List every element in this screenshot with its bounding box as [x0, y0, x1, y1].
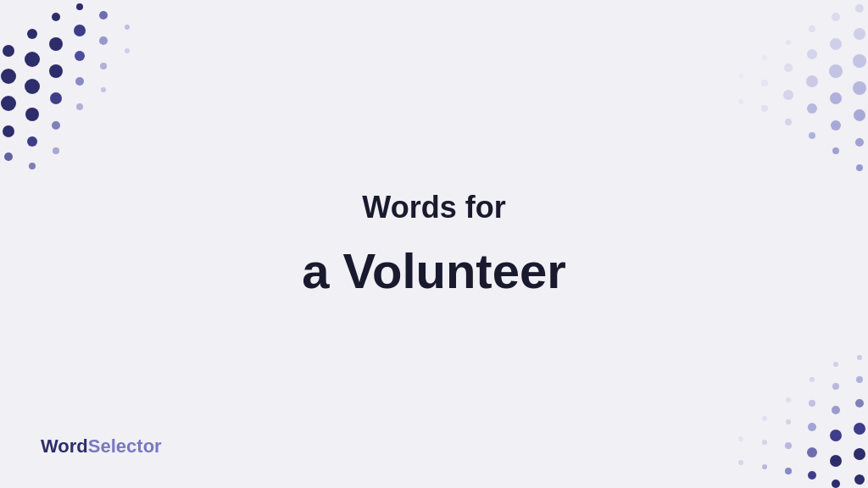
svg-point-3: [3, 125, 14, 137]
svg-point-37: [829, 64, 843, 78]
svg-point-14: [50, 92, 62, 104]
svg-point-66: [833, 362, 838, 367]
svg-point-58: [855, 399, 864, 408]
svg-point-46: [786, 40, 791, 45]
svg-point-74: [786, 419, 791, 424]
svg-point-78: [762, 416, 767, 421]
svg-point-75: [786, 397, 791, 402]
svg-point-70: [809, 400, 815, 407]
svg-point-2: [1, 96, 16, 111]
svg-point-18: [74, 25, 86, 36]
svg-point-35: [832, 13, 840, 21]
svg-point-60: [857, 355, 862, 360]
svg-point-16: [53, 147, 59, 154]
svg-point-27: [125, 48, 130, 53]
svg-point-61: [832, 480, 840, 488]
heading-line1: Words for: [362, 190, 505, 225]
svg-point-9: [27, 136, 37, 147]
svg-point-8: [25, 108, 39, 121]
svg-point-17: [76, 3, 83, 10]
svg-point-44: [807, 103, 817, 114]
svg-point-53: [738, 74, 743, 79]
svg-point-76: [762, 464, 767, 469]
svg-point-30: [853, 54, 866, 68]
svg-point-36: [830, 38, 842, 50]
svg-point-13: [49, 64, 63, 78]
svg-point-43: [806, 75, 818, 87]
svg-point-64: [832, 406, 840, 414]
svg-point-65: [832, 383, 839, 390]
svg-point-34: [856, 164, 863, 171]
svg-point-77: [762, 440, 767, 445]
svg-point-40: [832, 147, 839, 154]
svg-point-48: [783, 90, 793, 100]
svg-point-47: [784, 64, 793, 72]
svg-point-4: [4, 152, 13, 161]
svg-point-73: [785, 442, 792, 449]
svg-point-62: [830, 455, 842, 467]
svg-point-22: [99, 11, 108, 19]
svg-point-29: [854, 28, 865, 40]
svg-point-68: [807, 447, 817, 458]
svg-point-20: [75, 77, 84, 86]
svg-point-28: [855, 4, 864, 13]
svg-point-10: [29, 163, 36, 169]
svg-point-39: [831, 120, 841, 130]
svg-point-19: [75, 51, 85, 61]
svg-point-24: [100, 63, 107, 69]
svg-point-57: [854, 423, 865, 435]
svg-point-7: [25, 79, 40, 94]
top-left-dots: [0, 0, 153, 169]
svg-point-11: [52, 13, 60, 21]
svg-point-41: [809, 25, 815, 32]
svg-point-63: [830, 430, 842, 441]
svg-point-38: [830, 92, 842, 104]
svg-point-80: [738, 436, 743, 441]
svg-point-72: [785, 468, 792, 474]
top-right-dots: [682, 0, 868, 186]
svg-point-56: [854, 448, 865, 460]
svg-point-59: [856, 376, 863, 383]
svg-point-21: [76, 103, 83, 110]
heading-line2: a Volunteer: [302, 242, 566, 299]
svg-point-67: [808, 471, 816, 480]
svg-point-0: [3, 45, 14, 57]
main-content: Words for a Volunteer: [302, 190, 566, 299]
bottom-right-dots: [698, 336, 868, 488]
svg-point-71: [810, 377, 815, 382]
svg-point-79: [738, 460, 743, 465]
svg-point-26: [125, 25, 130, 30]
svg-point-25: [101, 87, 106, 92]
svg-point-51: [761, 80, 768, 86]
svg-point-12: [49, 37, 63, 51]
svg-point-32: [854, 109, 865, 121]
svg-point-55: [854, 474, 865, 485]
svg-point-52: [761, 105, 768, 112]
svg-point-45: [809, 132, 815, 139]
logo: WordSelector: [41, 435, 162, 458]
svg-point-49: [785, 119, 792, 125]
svg-point-6: [25, 52, 40, 67]
svg-point-15: [52, 121, 60, 130]
logo-word: Word: [41, 435, 88, 458]
svg-point-69: [808, 423, 816, 431]
svg-point-50: [762, 55, 767, 60]
svg-point-33: [855, 138, 864, 147]
svg-point-23: [99, 36, 108, 45]
logo-selector: Selector: [88, 435, 162, 458]
svg-point-42: [807, 49, 817, 59]
svg-point-31: [853, 81, 866, 95]
svg-point-1: [1, 69, 16, 84]
svg-point-5: [27, 29, 37, 39]
svg-point-54: [738, 99, 743, 104]
